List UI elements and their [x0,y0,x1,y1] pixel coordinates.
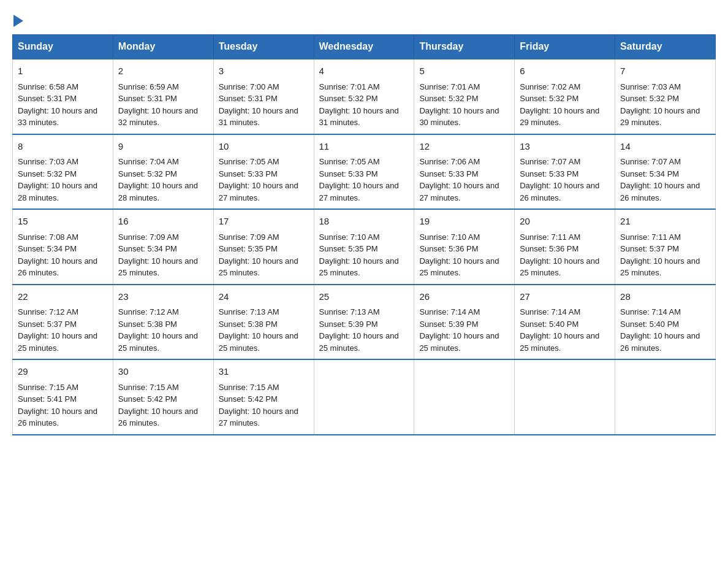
day-number: 31 [219,365,309,379]
daylight-text: Daylight: 10 hours and 29 minutes. [520,106,599,128]
calendar-cell: 2Sunrise: 6:59 AMSunset: 5:31 PMDaylight… [113,59,213,134]
sunrise-text: Sunrise: 7:09 AM [219,232,279,242]
sunset-text: Sunset: 5:39 PM [319,320,378,329]
calendar-cell: 27Sunrise: 7:14 AMSunset: 5:40 PMDayligh… [515,285,615,360]
sunset-text: Sunset: 5:32 PM [319,94,378,103]
logo [12,12,23,22]
sunrise-text: Sunrise: 7:01 AM [419,82,480,91]
day-number: 27 [520,290,610,304]
sunset-text: Sunset: 5:42 PM [118,394,177,404]
day-number: 28 [620,290,710,304]
calendar-cell [515,359,615,435]
calendar-cell [414,359,515,435]
sunrise-text: Sunrise: 7:08 AM [18,232,78,242]
calendar-cell: 1Sunrise: 6:58 AMSunset: 5:31 PMDaylight… [13,59,113,134]
daylight-text: Daylight: 10 hours and 27 minutes. [419,181,499,202]
sunrise-text: Sunrise: 7:13 AM [219,307,279,316]
calendar-cell: 5Sunrise: 7:01 AMSunset: 5:32 PMDaylight… [414,59,515,134]
sunset-text: Sunset: 5:36 PM [419,244,478,253]
column-header-thursday: Thursday [414,35,515,59]
day-number: 10 [219,140,309,154]
sunrise-text: Sunrise: 7:04 AM [118,157,179,166]
logo-arrow-icon [13,15,23,27]
day-number: 1 [18,64,108,79]
calendar-cell: 29Sunrise: 7:15 AMSunset: 5:41 PMDayligh… [13,359,113,435]
day-number: 20 [520,215,610,229]
page-header [12,12,716,22]
sunrise-text: Sunrise: 7:07 AM [620,157,681,166]
day-number: 25 [319,290,409,304]
sunset-text: Sunset: 5:32 PM [520,94,578,103]
daylight-text: Daylight: 10 hours and 25 minutes. [118,256,198,278]
day-number: 8 [18,140,108,154]
daylight-text: Daylight: 10 hours and 32 minutes. [118,106,198,128]
day-number: 14 [620,140,710,154]
sunset-text: Sunset: 5:39 PM [419,320,478,329]
day-number: 3 [219,64,309,79]
daylight-text: Daylight: 10 hours and 26 minutes. [18,407,97,428]
sunrise-text: Sunrise: 7:13 AM [319,307,380,316]
sunrise-text: Sunrise: 7:12 AM [118,307,179,316]
day-number: 4 [319,64,409,79]
daylight-text: Daylight: 10 hours and 25 minutes. [18,331,97,353]
calendar-cell: 3Sunrise: 7:00 AMSunset: 5:31 PMDaylight… [213,59,314,134]
day-number: 18 [319,215,409,229]
daylight-text: Daylight: 10 hours and 25 minutes. [319,256,399,278]
calendar-cell: 8Sunrise: 7:03 AMSunset: 5:32 PMDaylight… [13,134,113,210]
sunset-text: Sunset: 5:31 PM [118,94,177,103]
day-number: 22 [18,290,108,304]
sunset-text: Sunset: 5:32 PM [118,169,177,178]
daylight-text: Daylight: 10 hours and 25 minutes. [419,256,499,278]
sunset-text: Sunset: 5:34 PM [118,244,177,253]
column-header-wednesday: Wednesday [314,35,414,59]
calendar-cell: 19Sunrise: 7:10 AMSunset: 5:36 PMDayligh… [414,209,515,285]
sunrise-text: Sunrise: 7:10 AM [319,232,380,242]
sunrise-text: Sunrise: 7:14 AM [620,307,681,316]
sunset-text: Sunset: 5:36 PM [520,244,578,253]
sunset-text: Sunset: 5:38 PM [118,320,177,329]
calendar-week-row: 15Sunrise: 7:08 AMSunset: 5:34 PMDayligh… [13,209,716,285]
daylight-text: Daylight: 10 hours and 31 minutes. [219,106,298,128]
daylight-text: Daylight: 10 hours and 28 minutes. [18,181,97,202]
calendar-cell: 24Sunrise: 7:13 AMSunset: 5:38 PMDayligh… [213,285,314,360]
day-number: 5 [419,64,509,79]
sunrise-text: Sunrise: 7:03 AM [620,82,681,91]
daylight-text: Daylight: 10 hours and 27 minutes. [219,181,298,202]
sunrise-text: Sunrise: 7:05 AM [219,157,279,166]
daylight-text: Daylight: 10 hours and 26 minutes. [520,181,599,202]
daylight-text: Daylight: 10 hours and 31 minutes. [319,106,399,128]
sunset-text: Sunset: 5:34 PM [620,169,679,178]
sunset-text: Sunset: 5:32 PM [419,94,478,103]
day-number: 19 [419,215,509,229]
daylight-text: Daylight: 10 hours and 26 minutes. [620,181,700,202]
calendar-header-row: SundayMondayTuesdayWednesdayThursdayFrid… [13,35,716,59]
daylight-text: Daylight: 10 hours and 30 minutes. [419,106,499,128]
calendar-week-row: 22Sunrise: 7:12 AMSunset: 5:37 PMDayligh… [13,285,716,360]
day-number: 13 [520,140,610,154]
sunrise-text: Sunrise: 7:15 AM [118,383,179,392]
calendar-cell [314,359,414,435]
daylight-text: Daylight: 10 hours and 29 minutes. [620,106,700,128]
calendar-cell: 14Sunrise: 7:07 AMSunset: 5:34 PMDayligh… [615,134,716,210]
calendar-cell: 17Sunrise: 7:09 AMSunset: 5:35 PMDayligh… [213,209,314,285]
calendar-cell: 9Sunrise: 7:04 AMSunset: 5:32 PMDaylight… [113,134,213,210]
calendar-cell: 12Sunrise: 7:06 AMSunset: 5:33 PMDayligh… [414,134,515,210]
sunset-text: Sunset: 5:32 PM [18,169,77,178]
day-number: 7 [620,64,710,79]
daylight-text: Daylight: 10 hours and 33 minutes. [18,106,97,128]
day-number: 29 [18,365,108,379]
sunset-text: Sunset: 5:31 PM [18,94,77,103]
sunset-text: Sunset: 5:31 PM [219,94,278,103]
day-number: 2 [118,64,208,79]
sunrise-text: Sunrise: 7:09 AM [118,232,179,242]
sunset-text: Sunset: 5:33 PM [419,169,478,178]
day-number: 21 [620,215,710,229]
calendar-cell: 26Sunrise: 7:14 AMSunset: 5:39 PMDayligh… [414,285,515,360]
calendar-cell [615,359,716,435]
calendar-cell: 31Sunrise: 7:15 AMSunset: 5:42 PMDayligh… [213,359,314,435]
calendar-cell: 16Sunrise: 7:09 AMSunset: 5:34 PMDayligh… [113,209,213,285]
calendar-cell: 6Sunrise: 7:02 AMSunset: 5:32 PMDaylight… [515,59,615,134]
daylight-text: Daylight: 10 hours and 26 minutes. [620,331,700,353]
calendar-cell: 4Sunrise: 7:01 AMSunset: 5:32 PMDaylight… [314,59,414,134]
calendar-cell: 10Sunrise: 7:05 AMSunset: 5:33 PMDayligh… [213,134,314,210]
